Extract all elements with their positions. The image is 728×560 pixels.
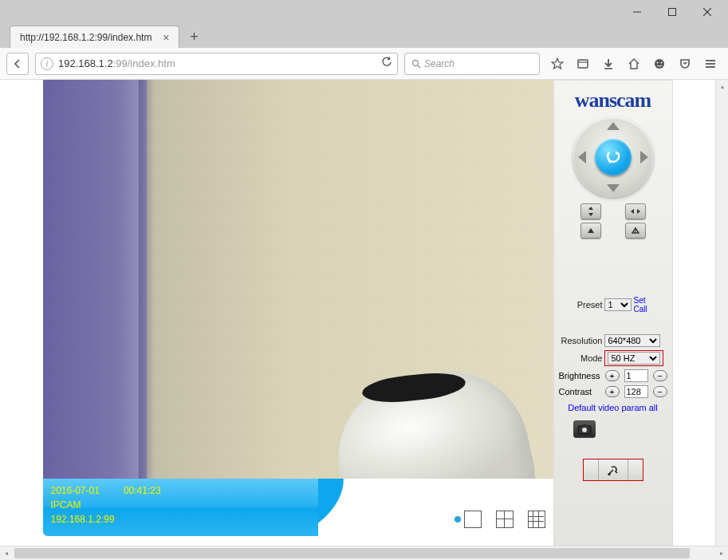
window-minimize-button[interactable] bbox=[620, 1, 655, 23]
search-icon bbox=[411, 59, 421, 69]
tab-close-button[interactable]: × bbox=[159, 31, 172, 44]
window-maximize-button[interactable] bbox=[655, 1, 690, 23]
search-bar[interactable]: Search bbox=[404, 53, 540, 75]
toolbar-icons bbox=[546, 53, 722, 75]
svg-rect-1 bbox=[669, 9, 676, 16]
svg-line-5 bbox=[418, 65, 420, 68]
home-icon[interactable] bbox=[623, 53, 645, 75]
svg-point-11 bbox=[661, 61, 663, 63]
browser-tab[interactable]: http://192.168.1.2:99/index.htm × bbox=[10, 26, 179, 48]
new-tab-button[interactable]: + bbox=[184, 27, 203, 46]
menu-icon[interactable] bbox=[699, 53, 722, 75]
back-button[interactable] bbox=[6, 53, 29, 75]
url-text: 192.168.1.2:99/index.htm bbox=[58, 57, 175, 69]
browser-navbar: i 192.168.1.2:99/index.htm Search bbox=[0, 48, 728, 80]
url-bar[interactable]: i 192.168.1.2:99/index.htm bbox=[35, 53, 398, 75]
chat-icon[interactable] bbox=[648, 53, 671, 75]
svg-point-10 bbox=[657, 61, 659, 63]
reload-button[interactable] bbox=[381, 57, 392, 70]
pocket-icon[interactable] bbox=[674, 53, 696, 75]
tab-title: http://192.168.1.2:99/index.htm bbox=[20, 32, 152, 43]
browser-tabbar: http://192.168.1.2:99/index.htm × + bbox=[0, 24, 728, 48]
window-titlebar bbox=[0, 0, 728, 24]
svg-rect-6 bbox=[578, 60, 588, 68]
bookmark-star-icon[interactable] bbox=[546, 53, 569, 75]
svg-point-9 bbox=[655, 59, 664, 69]
library-icon[interactable] bbox=[572, 53, 594, 75]
site-info-icon[interactable]: i bbox=[41, 57, 53, 70]
search-placeholder: Search bbox=[424, 58, 455, 69]
svg-point-4 bbox=[413, 60, 419, 65]
window-close-button[interactable] bbox=[690, 1, 725, 23]
downloads-icon[interactable] bbox=[597, 53, 620, 75]
